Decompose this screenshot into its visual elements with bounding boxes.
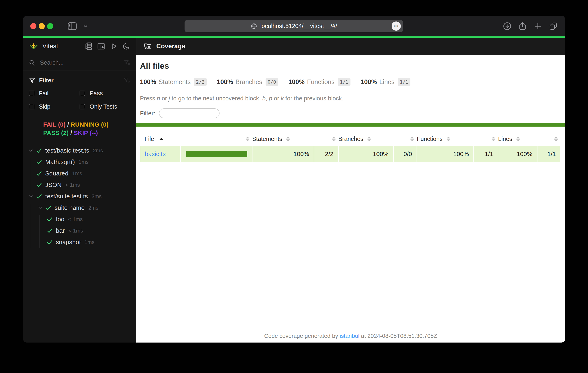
coverage-footer: Code coverage generated by istanbul at 2… [136,333,565,342]
check-icon [45,205,53,211]
fail-checkbox[interactable]: Fail [29,90,80,97]
tree-item-test[interactable]: snapshot 1ms [23,236,136,248]
skip-count: SKIP (--) [74,129,98,136]
app-title: Vitest [42,42,58,50]
share-button[interactable] [518,22,527,31]
column-header-branches[interactable]: Branches [338,133,393,146]
column-header-lines-raw[interactable] [537,133,561,146]
column-header-statements[interactable]: Statements [252,133,314,146]
tree-item-test[interactable]: Math.sqrt() 1ms [23,156,136,168]
sort-icon [554,137,558,141]
column-header-bar[interactable] [180,133,252,146]
file-link[interactable]: basic.ts [145,151,166,157]
test-run-status: FAIL (0) / RUNNING (0) PASS (2) / SKIP (… [23,120,136,137]
chevron-down-icon[interactable] [28,193,36,199]
summary-pct: 100% [361,78,377,86]
branches-raw-cell: 0/0 [393,146,417,162]
check-icon [36,147,44,154]
tree-item-label: snapshot [56,239,81,246]
page-settings-button[interactable]: ••• [392,21,401,31]
check-icon [46,228,55,234]
coverage-panel: Coverage All files 100% Statements 2/2 1… [136,38,565,342]
sort-icon [368,137,371,141]
tree-guide-line [40,215,40,248]
chevron-down-icon[interactable] [28,147,36,154]
clear-filter-icon[interactable] [123,77,130,84]
file-cell: basic.ts [140,146,180,162]
close-window-button[interactable] [30,23,36,29]
coverage-bar-cell [180,146,252,162]
summary-label: Branches [235,78,262,86]
clear-search-filter-icon[interactable] [123,59,130,66]
tree-item-time: 3ms [92,193,102,200]
tab-overview-button[interactable] [549,22,558,31]
pass-count: PASS (2) [43,129,69,136]
tree-item-time: 2ms [93,147,103,154]
column-header-functions[interactable]: Functions [417,133,474,146]
tree-item-file[interactable]: test/suite.test.ts 3ms [23,191,136,202]
istanbul-link[interactable]: istanbul [340,333,359,339]
sidebar-toggle-icon[interactable] [67,22,77,30]
check-icon [36,170,44,177]
tree-item-label: suite name [55,204,85,211]
skip-checkbox[interactable]: Skip [29,103,80,110]
vitest-sidebar: Vitest [23,38,136,342]
tree-item-test[interactable]: JSON < 1ms [23,179,136,191]
new-tab-button[interactable] [533,22,542,31]
tree-view-icon[interactable] [84,42,92,50]
status-separator: / [67,121,69,128]
column-header-file[interactable]: File [140,133,180,146]
coverage-navbar: Coverage [136,38,565,55]
summary-pct: 100% [288,78,304,86]
chevron-down-icon[interactable] [83,23,88,29]
pass-checkbox-label: Pass [90,90,103,97]
tree-item-label: Math.sqrt() [45,158,75,166]
check-icon [36,159,44,165]
run-all-icon[interactable] [110,42,118,50]
summary-fraction: 1/1 [398,78,410,86]
tree-item-time: 1ms [72,170,82,177]
vitest-logo-icon [29,42,38,51]
keyboard-hint: Press n or j to go to the next uncovered… [140,95,560,102]
tree-item-suite[interactable]: suite name 2ms [23,202,136,214]
summary-branches: 100% Branches 0/0 [217,78,278,86]
only-tests-checkbox[interactable]: Only Tests [80,103,130,110]
pass-checkbox[interactable]: Pass [80,90,130,97]
tree-item-test[interactable]: foo < 1ms [23,214,136,225]
column-header-functions-raw[interactable] [474,133,498,146]
tree-item-file[interactable]: test/basic.test.ts 2ms [23,145,136,156]
tree-item-label: JSON [45,181,62,188]
sort-icon [246,137,249,141]
downloads-button[interactable] [503,22,512,31]
checkbox-box [80,91,85,96]
dark-mode-icon[interactable] [123,42,130,50]
column-header-statements-raw[interactable] [314,133,338,146]
zoom-window-button[interactable] [47,23,53,29]
minimize-window-button[interactable] [39,23,45,29]
address-bar[interactable]: localhost:51204/__vitest__/#/ ••• [185,20,403,32]
column-header-lines[interactable]: Lines [498,133,537,146]
summary-pct: 100% [140,78,156,86]
column-header-branches-raw[interactable] [393,133,417,146]
statements-pct-cell: 100% [252,146,314,162]
sort-icon [516,137,520,141]
coverage-title: Coverage [156,42,185,50]
table-row: basic.ts 100% 2/2 100% 0/0 100% 1/1 100%… [140,146,561,162]
browser-toolbar: localhost:51204/__vitest__/#/ ••• [23,16,565,36]
chevron-down-icon[interactable] [37,205,45,211]
tree-item-time: 1ms [84,239,94,245]
fail-checkbox-label: Fail [39,90,49,97]
coverage-filter-input[interactable] [159,108,220,118]
search-input[interactable] [40,59,123,66]
tree-item-time: < 1ms [68,228,83,234]
tree-item-test[interactable]: Squared 1ms [23,168,136,179]
summary-functions: 100% Functions 1/1 [288,78,350,86]
coverage-status-strip [136,123,565,127]
branches-pct-cell: 100% [338,146,393,162]
dashboard-icon[interactable] [97,42,105,50]
checkbox-box [29,91,34,96]
sort-icon [286,137,290,141]
sort-icon [492,137,495,141]
lines-pct-cell: 100% [498,146,537,162]
tree-item-test[interactable]: bar < 1ms [23,225,136,236]
